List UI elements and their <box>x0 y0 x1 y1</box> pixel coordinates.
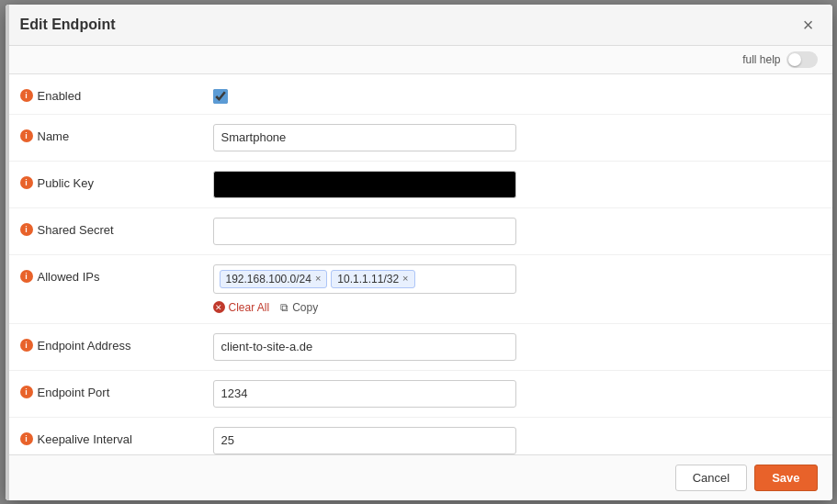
public-key-info-icon: i <box>20 176 33 189</box>
allowed-ips-row: i Allowed IPs 192.168.100.0/24 × 10.1.1.… <box>6 255 832 324</box>
full-help-toggle[interactable] <box>786 51 818 68</box>
full-help-label: full help <box>742 53 780 66</box>
name-label-area: i Name <box>20 124 213 143</box>
keepalive-control <box>213 427 818 454</box>
shared-secret-input[interactable] <box>213 218 516 245</box>
enabled-info-icon: i <box>20 89 33 102</box>
endpoint-address-label: Endpoint Address <box>38 339 131 353</box>
edit-endpoint-modal: Edit Endpoint × full help i Enabled <box>6 5 832 500</box>
shared-secret-row: i Shared Secret <box>6 208 832 255</box>
endpoint-address-label-area: i Endpoint Address <box>20 333 213 353</box>
toggle-knob <box>788 53 801 66</box>
endpoint-address-input[interactable] <box>213 333 516 361</box>
name-row: i Name <box>6 115 832 162</box>
ip-tag-value-0: 192.168.100.0/24 <box>226 273 311 286</box>
cancel-button[interactable]: Cancel <box>675 465 747 491</box>
public-key-input[interactable] <box>213 171 516 198</box>
keepalive-label-area: i Keepalive Interval <box>20 427 213 446</box>
close-button[interactable]: × <box>799 16 818 34</box>
name-control <box>213 124 818 151</box>
modal-body: i Enabled i Name i <box>6 74 832 454</box>
endpoint-address-info-icon: i <box>20 339 33 352</box>
shared-secret-info-icon: i <box>20 223 33 236</box>
enabled-control <box>213 84 818 104</box>
ip-tag-1: 10.1.1.11/32 × <box>331 270 414 288</box>
enabled-checkbox[interactable] <box>213 89 228 104</box>
public-key-field <box>213 171 516 198</box>
modal-footer: Cancel Save <box>6 454 832 500</box>
copy-link[interactable]: ⧉ Copy <box>280 301 318 314</box>
modal-left-accent <box>6 5 9 500</box>
ip-tag-0: 192.168.100.0/24 × <box>220 270 328 288</box>
ip-tag-remove-1[interactable]: × <box>402 274 408 284</box>
endpoint-port-input[interactable] <box>213 380 516 408</box>
shared-secret-label: Shared Secret <box>38 223 114 237</box>
endpoint-port-control <box>213 380 818 408</box>
endpoint-port-label: Endpoint Port <box>38 386 110 399</box>
allowed-ips-label-area: i Allowed IPs <box>20 264 213 284</box>
enabled-label-area: i Enabled <box>20 84 213 103</box>
public-key-label-area: i Public Key <box>20 171 213 190</box>
clear-all-circle-icon: ✕ <box>213 301 225 313</box>
modal-subheader: full help <box>6 46 832 74</box>
keepalive-input[interactable] <box>213 427 516 454</box>
keepalive-info-icon: i <box>20 432 33 445</box>
enabled-label: Enabled <box>38 89 82 103</box>
modal-header: Edit Endpoint × <box>6 5 832 46</box>
name-label: Name <box>38 129 70 143</box>
endpoint-port-info-icon: i <box>20 386 33 398</box>
endpoint-port-label-area: i Endpoint Port <box>20 380 213 399</box>
endpoint-address-row: i Endpoint Address <box>6 324 832 371</box>
modal-title: Edit Endpoint <box>20 17 116 33</box>
allowed-ips-info-icon: i <box>20 270 33 283</box>
full-help-area: full help <box>742 51 817 68</box>
public-key-row: i Public Key <box>6 162 832 208</box>
allowed-ips-control: 192.168.100.0/24 × 10.1.1.11/32 × ✕ Clea… <box>213 264 818 314</box>
name-info-icon: i <box>20 129 33 142</box>
public-key-control <box>213 171 818 198</box>
name-input[interactable] <box>213 124 516 151</box>
keepalive-label: Keepalive Interval <box>38 432 132 446</box>
shared-secret-label-area: i Shared Secret <box>20 218 213 237</box>
allowed-ips-tags-container[interactable]: 192.168.100.0/24 × 10.1.1.11/32 × <box>213 264 516 294</box>
public-key-label: Public Key <box>38 176 94 190</box>
copy-label: Copy <box>292 301 318 314</box>
modal-overlay: Edit Endpoint × full help i Enabled <box>0 0 837 504</box>
save-button[interactable]: Save <box>754 465 817 491</box>
enabled-row: i Enabled <box>6 74 832 115</box>
endpoint-port-row: i Endpoint Port <box>6 371 832 418</box>
allowed-ips-actions: ✕ Clear All ⧉ Copy <box>213 301 818 314</box>
ip-tag-value-1: 10.1.1.11/32 <box>337 273 399 286</box>
clear-all-label: Clear All <box>229 301 270 314</box>
copy-icon: ⧉ <box>280 301 288 314</box>
endpoint-address-control <box>213 333 818 361</box>
allowed-ips-label: Allowed IPs <box>38 270 100 284</box>
clear-all-link[interactable]: ✕ Clear All <box>213 301 270 314</box>
ip-tag-remove-0[interactable]: × <box>315 274 321 284</box>
keepalive-interval-row: i Keepalive Interval <box>6 418 832 454</box>
shared-secret-control <box>213 218 818 245</box>
